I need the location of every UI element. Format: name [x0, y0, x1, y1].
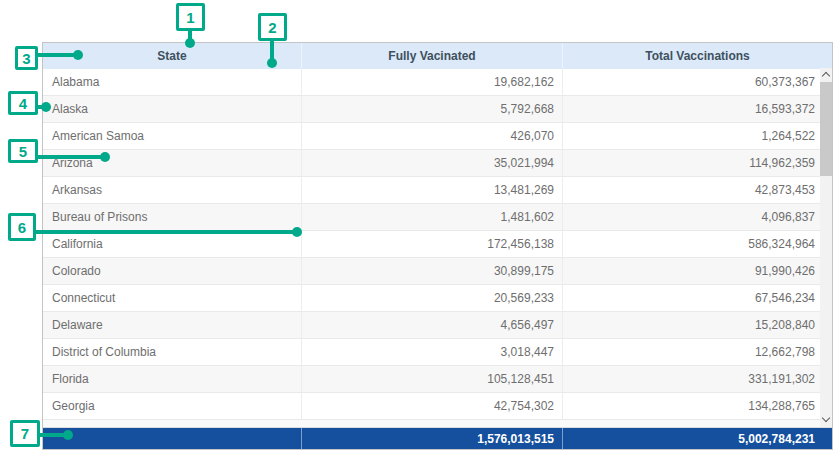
cell-total_vaccinations: 1,264,522 [563, 123, 832, 149]
callout-6-label: 6 [18, 219, 26, 236]
cell-total_vaccinations: 114,962,359 [563, 150, 832, 176]
table-body: Alabama19,682,16260,373,367Alaska5,792,6… [43, 69, 832, 420]
cell-total_vaccinations: 60,373,367 [563, 69, 832, 95]
table-row[interactable]: Florida105,128,451331,191,302 [43, 366, 832, 393]
cell-fully_vacinated: 4,656,497 [302, 312, 563, 338]
table-row[interactable]: Alaska5,792,66816,593,372 [43, 96, 832, 123]
summary-cell-state [43, 428, 302, 449]
callout-2: 2 [258, 13, 287, 41]
cell-state: Florida [43, 366, 302, 392]
cell-state: Alaska [43, 96, 302, 122]
table-row[interactable]: Connecticut20,569,23367,546,234 [43, 285, 832, 312]
callout-5-dot [100, 152, 110, 162]
vertical-scrollbar[interactable] [820, 68, 832, 427]
summary-row: 1,576,013,515 5,002,784,231 [43, 428, 832, 449]
cell-total_vaccinations: 4,096,837 [563, 204, 832, 230]
partial-next-row [43, 420, 832, 428]
cell-state: Arkansas [43, 177, 302, 203]
cell-state: Georgia [43, 393, 302, 419]
callout-1-dot [185, 38, 195, 48]
table-header-row: State Fully Vacinated Total Vaccinations [43, 43, 832, 69]
table-row[interactable]: American Samoa426,0701,264,522 [43, 123, 832, 150]
cell-total_vaccinations: 16,593,372 [563, 96, 832, 122]
cell-total_vaccinations: 42,873,453 [563, 177, 832, 203]
cell-total_vaccinations: 586,324,964 [563, 231, 832, 257]
cell-fully_vacinated: 105,128,451 [302, 366, 563, 392]
callout-5-line [38, 155, 105, 159]
table-row[interactable]: Bureau of Prisons1,481,6024,096,837 [43, 204, 832, 231]
callout-5: 5 [8, 139, 38, 163]
cell-fully_vacinated: 35,021,994 [302, 150, 563, 176]
callout-3: 3 [15, 46, 38, 70]
chevron-down-icon [822, 414, 830, 422]
callout-1-label: 1 [186, 9, 194, 26]
cell-fully_vacinated: 42,754,302 [302, 393, 563, 419]
cell-fully_vacinated: 20,569,233 [302, 285, 563, 311]
cell-total_vaccinations: 15,208,840 [563, 312, 832, 338]
callout-4-dot [41, 102, 51, 112]
callout-1: 1 [176, 3, 205, 31]
cell-state: District of Columbia [43, 339, 302, 365]
callout-4: 4 [8, 91, 38, 115]
cell-fully_vacinated: 5,792,668 [302, 96, 563, 122]
table-row[interactable]: Georgia42,754,302134,288,765 [43, 393, 832, 420]
callout-3-line [38, 53, 78, 57]
vaccinations-table: State Fully Vacinated Total Vaccinations… [42, 42, 833, 450]
cell-total_vaccinations: 134,288,765 [563, 393, 832, 419]
cell-fully_vacinated: 30,899,175 [302, 258, 563, 284]
callout-6: 6 [8, 213, 36, 241]
column-header-fully-vacinated[interactable]: Fully Vacinated [302, 43, 563, 69]
callout-2-dot [267, 58, 277, 68]
column-header-total-vaccinations[interactable]: Total Vaccinations [563, 43, 832, 69]
table-row[interactable]: California172,456,138586,324,964 [43, 231, 832, 258]
cell-fully_vacinated: 3,018,447 [302, 339, 563, 365]
cell-state: American Samoa [43, 123, 302, 149]
table-row[interactable]: District of Columbia3,018,44712,662,798 [43, 339, 832, 366]
callout-6-line [36, 230, 297, 234]
table-row[interactable]: Delaware4,656,49715,208,840 [43, 312, 832, 339]
cell-state: Delaware [43, 312, 302, 338]
cell-state: Alabama [43, 69, 302, 95]
table-row[interactable]: Arizona35,021,994114,962,359 [43, 150, 832, 177]
callout-2-label: 2 [268, 19, 276, 36]
cell-fully_vacinated: 13,481,269 [302, 177, 563, 203]
screenshot-canvas: State Fully Vacinated Total Vaccinations… [0, 0, 833, 453]
cell-state: Bureau of Prisons [43, 204, 302, 230]
cell-total_vaccinations: 91,990,426 [563, 258, 832, 284]
cell-total_vaccinations: 67,546,234 [563, 285, 832, 311]
cell-state: Connecticut [43, 285, 302, 311]
cell-total_vaccinations: 12,662,798 [563, 339, 832, 365]
summary-cell-total-vaccinations: 5,002,784,231 [563, 428, 832, 449]
table-row[interactable]: Arkansas13,481,26942,873,453 [43, 177, 832, 204]
callout-4-label: 4 [19, 95, 27, 112]
summary-cell-fully-vacinated: 1,576,013,515 [302, 428, 563, 449]
cell-state: California [43, 231, 302, 257]
cell-total_vaccinations: 331,191,302 [563, 366, 832, 392]
scrollbar-thumb[interactable] [820, 82, 832, 176]
table-row[interactable]: Alabama19,682,16260,373,367 [43, 69, 832, 96]
callout-5-label: 5 [19, 143, 27, 160]
cell-fully_vacinated: 426,070 [302, 123, 563, 149]
cell-state: Colorado [43, 258, 302, 284]
scroll-down-button[interactable] [820, 413, 832, 427]
callout-3-dot [73, 50, 83, 60]
cell-fully_vacinated: 1,481,602 [302, 204, 563, 230]
scroll-up-button[interactable] [820, 68, 832, 82]
cell-fully_vacinated: 19,682,162 [302, 69, 563, 95]
callout-7: 7 [10, 420, 40, 447]
callout-3-label: 3 [22, 50, 30, 67]
callout-7-dot [63, 430, 73, 440]
cell-fully_vacinated: 172,456,138 [302, 231, 563, 257]
chevron-up-icon [822, 72, 830, 80]
callout-7-label: 7 [21, 425, 29, 442]
table-row[interactable]: Colorado30,899,17591,990,426 [43, 258, 832, 285]
cell-state: Arizona [43, 150, 302, 176]
callout-6-dot [292, 227, 302, 237]
